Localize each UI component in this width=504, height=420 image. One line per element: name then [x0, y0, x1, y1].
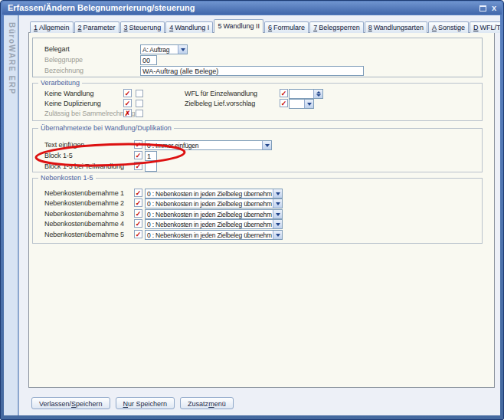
maximize-icon[interactable]: [479, 5, 486, 11]
chevron-down-icon[interactable]: [304, 100, 313, 108]
keine-duplizierung-row: Keine Duplizierung ✓ Zielbeleg Lief.vors…: [33, 99, 482, 109]
check-toggle-icon[interactable]: ✓: [134, 230, 142, 238]
nebenkosten-dropdown-3[interactable]: 0 : Nebenkosten in jeden Zielbeleg übern…: [145, 209, 283, 219]
check-toggle-icon[interactable]: ✓: [123, 89, 132, 97]
keine-wandlung-row: Keine Wandlung ✓ WFL für Einzelwandlung …: [33, 89, 482, 99]
bezeichnung-label: Bezeichnung: [44, 67, 83, 74]
bezeichnung-row: Bezeichnung: [33, 66, 482, 76]
checkbox[interactable]: [136, 110, 143, 117]
nur-speichern-button[interactable]: Nur Speichern: [116, 397, 175, 409]
belegart-label: Belegart: [44, 45, 70, 53]
document-fields-box: Belegart A: Auftrag Beleggruppe Bezeichn…: [32, 38, 483, 77]
verarbeitung-legend: Verarbeitung: [38, 79, 82, 87]
client-area: BüroWARE ERP 1Allgemein 2Parameter 3Steu…: [4, 15, 500, 415]
tab-wfl-tb[interactable]: DWFL/TB: [470, 21, 500, 33]
titlebar[interactable]: Erfassen/Ändern Belegnumerierung/steueru…: [2, 2, 502, 15]
nebenkosten-row-3: Nebenkostenübernahme 3 ✓ 0 : Nebenkosten…: [33, 209, 482, 219]
zusatzmenue-button[interactable]: Zusatzmenü: [180, 397, 234, 409]
beleggruppe-row: Beleggruppe: [33, 55, 482, 65]
nebenkosten-legend: Nebenkosten 1-5: [38, 174, 96, 182]
check-toggle-icon[interactable]: ✓: [134, 162, 142, 170]
tab-parameter[interactable]: 2Parameter: [74, 21, 119, 33]
belegart-value: A: Auftrag: [142, 46, 177, 54]
bezeichnung-input[interactable]: [140, 66, 364, 76]
check-toggle-icon[interactable]: ✓: [134, 219, 142, 228]
beleggruppe-label: Beleggruppe: [44, 56, 83, 64]
tab-sonstige[interactable]: ASonstige: [428, 21, 469, 33]
block-1-5-row: Block 1-5 ✓: [33, 151, 482, 161]
check-toggle-icon[interactable]: ✓: [123, 99, 132, 107]
verlassen-speichern-button[interactable]: Verlassen/Speichern: [31, 397, 110, 409]
verarbeitung-groupbox: Verarbeitung Keine Wandlung ✓ WFL für Ei…: [32, 83, 483, 121]
block-teilwandlung-input[interactable]: [145, 162, 157, 172]
nebenkosten-dropdown-2[interactable]: 0 : Nebenkosten in jeden Zielbeleg übern…: [145, 199, 283, 208]
chevron-down-icon[interactable]: [273, 231, 282, 239]
nebenkosten-row-1: Nebenkostenübernahme 1 ✓ 0 : Nebenkosten…: [33, 189, 482, 199]
chevron-down-icon[interactable]: [273, 189, 282, 198]
tab-belegsperren[interactable]: 7Belegsperren: [309, 21, 364, 33]
sidebar-strip: BüroWARE ERP: [4, 15, 19, 415]
tab-wandlungsarten[interactable]: 8Wandlungsarten: [365, 21, 427, 33]
titlebar-buttons: x: [479, 4, 496, 12]
uebernahmetexte-groupbox: Übernahmetexte bei Wandlung/Duplikation …: [32, 128, 483, 172]
check-toggle-icon[interactable]: ✓: [134, 199, 142, 207]
belegart-row: Belegart A: Auftrag: [33, 44, 482, 54]
tab-allgemein[interactable]: 1Allgemein: [30, 21, 74, 33]
check-toggle-icon[interactable]: ✓: [134, 209, 142, 218]
spinner-arrows-icon[interactable]: [313, 90, 322, 98]
cross-toggle-icon[interactable]: ✗: [123, 109, 132, 117]
app-window: Erfassen/Ändern Belegnumerierung/steueru…: [0, 0, 504, 420]
command-button-row: Verlassen/Speichern Nur Speichern Zusatz…: [31, 397, 234, 409]
sammelrechnung-row: Zulässig bei Sammelrechnung ✗: [33, 109, 482, 119]
chevron-down-icon[interactable]: [262, 141, 271, 149]
nebenkosten-dropdown-4[interactable]: 0 : Nebenkosten in jeden Zielbeleg übern…: [145, 219, 283, 229]
check-toggle-icon[interactable]: ✓: [280, 89, 288, 97]
window-title: Erfassen/Ändern Belegnumerierung/steueru…: [8, 3, 195, 12]
chevron-down-icon[interactable]: [273, 220, 282, 228]
belegart-dropdown[interactable]: A: Auftrag: [140, 44, 188, 54]
checkbox[interactable]: [136, 100, 143, 107]
tab-content-panel: Belegart A: Auftrag Beleggruppe Bezeichn…: [28, 32, 495, 388]
check-toggle-icon[interactable]: ✓: [134, 189, 142, 197]
text-einfuegen-row: Text einfügen ✓ 0 : Immer einfügen: [33, 140, 482, 150]
zielbeleg-dropdown[interactable]: [289, 99, 314, 109]
check-toggle-icon[interactable]: ✓: [134, 140, 142, 149]
uebernahmetexte-legend: Übernahmetexte bei Wandlung/Duplikation: [38, 124, 174, 132]
chevron-down-icon[interactable]: [273, 199, 282, 208]
chevron-down-icon[interactable]: [178, 45, 187, 54]
nebenkosten-groupbox: Nebenkosten 1-5 Nebenkostenübernahme 1 ✓…: [32, 178, 483, 244]
close-icon[interactable]: x: [492, 4, 496, 12]
nebenkosten-row-5: Nebenkostenübernahme 5 ✓ 0 : Nebenkosten…: [33, 230, 482, 240]
brand-vertical-label: BüroWARE ERP: [8, 22, 16, 95]
chevron-down-icon[interactable]: [273, 210, 282, 218]
check-toggle-icon[interactable]: ✓: [280, 99, 288, 107]
tab-steuerung[interactable]: 3Steuerung: [120, 21, 165, 33]
tab-formulare[interactable]: 6Formulare: [264, 21, 309, 33]
tab-wandlung-1[interactable]: 4Wandlung I: [165, 21, 213, 33]
checkbox[interactable]: [136, 90, 143, 97]
nebenkosten-row-2: Nebenkostenübernahme 2 ✓ 0 : Nebenkosten…: [33, 199, 482, 208]
tab-bar: 1Allgemein 2Parameter 3Steuerung 4Wandlu…: [30, 19, 500, 33]
text-einfuegen-dropdown[interactable]: 0 : Immer einfügen: [145, 140, 272, 150]
check-toggle-icon[interactable]: ✓: [134, 151, 142, 159]
block-1-5-input[interactable]: [145, 151, 157, 161]
nebenkosten-row-4: Nebenkostenübernahme 4 ✓ 0 : Nebenkosten…: [33, 219, 482, 229]
tab-wandlung-2[interactable]: 5Wandlung II: [214, 19, 263, 33]
beleggruppe-input[interactable]: [140, 55, 157, 65]
wfl-spinner[interactable]: [289, 89, 323, 99]
block-teilwandlung-row: Block 1-5 bei Teilwandlung ✓: [33, 162, 482, 172]
nebenkosten-dropdown-1[interactable]: 0 : Nebenkosten in jeden Zielbeleg übern…: [145, 189, 283, 199]
nebenkosten-dropdown-5[interactable]: 0 : Nebenkosten in jeden Zielbeleg übern…: [145, 230, 283, 240]
